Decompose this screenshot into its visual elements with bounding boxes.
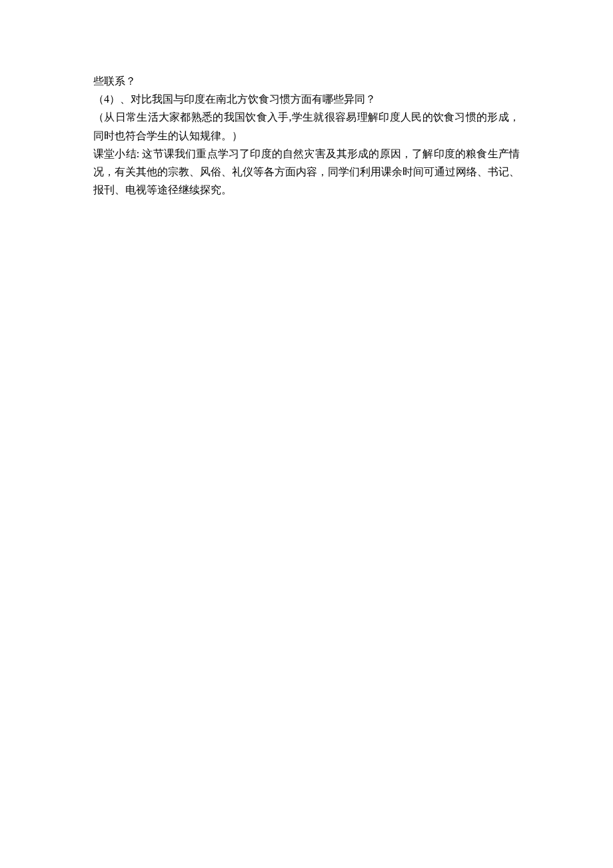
summary-label: 课堂小结: <box>93 148 139 159</box>
text-line-summary: 课堂小结: 这节课我们重点学习了印度的自然灾害及其形成的原因，了解印度的粮食生产… <box>93 145 520 199</box>
document-body: 些联系？ （4）、对比我国与印度在南北方饮食习惯方面有哪些异同？ （从日常生活大… <box>93 72 520 199</box>
text-line-note: （从日常生活大家都熟悉的我国饮食入手,学生就很容易理解印度人民的饮食习惯的形成，… <box>93 108 520 144</box>
text-line-question-4: （4）、对比我国与印度在南北方饮食习惯方面有哪些异同？ <box>93 90 520 108</box>
summary-text: 这节课我们重点学习了印度的自然灾害及其形成的原因，了解印度的粮食生产情况，有关其… <box>93 148 520 195</box>
text-line-fragment: 些联系？ <box>93 72 520 90</box>
